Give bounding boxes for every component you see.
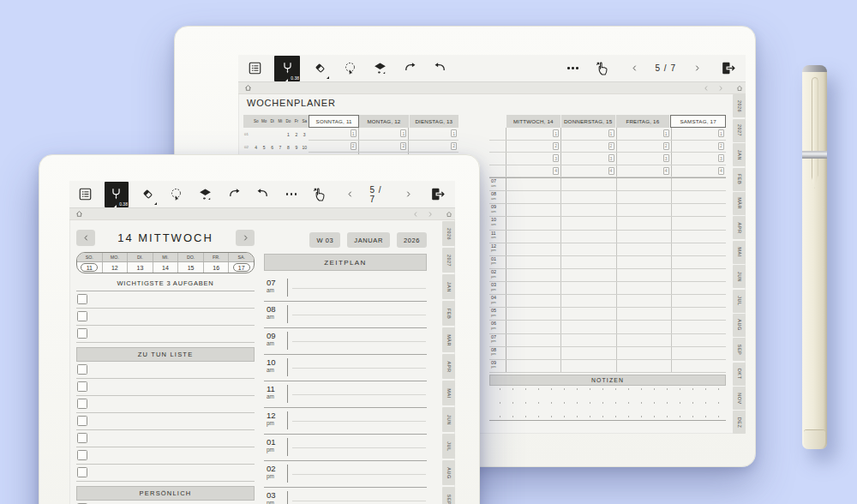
year-button[interactable]: 2026 [397,232,427,248]
task-checkbox[interactable] [77,399,87,409]
nav-forward-button[interactable] [427,211,434,218]
note-page-icon[interactable]: 1 [718,129,724,137]
note-page-icon[interactable]: 1 [351,129,357,137]
note-page-icon[interactable]: 1 [663,129,669,137]
layers-button[interactable] [369,58,390,79]
day-column-header[interactable]: MITTWOCH, 14 [506,115,561,128]
home-button[interactable] [244,84,252,92]
week-strip-day[interactable]: 14 [153,262,178,273]
side-tab[interactable]: JUN [733,265,746,288]
prev-page-button[interactable] [625,58,645,79]
day-column-header[interactable]: SONNTAG, 11 [309,115,359,128]
task-checkbox[interactable] [77,450,87,460]
side-tab[interactable]: FEB [733,168,746,191]
prev-day-button[interactable] [76,230,95,246]
side-tab[interactable]: OKT [733,363,746,386]
note-page-icon[interactable]: 2 [663,142,669,150]
task-checkbox[interactable] [77,381,87,392]
note-page-icon[interactable]: 1 [451,129,457,137]
undo-button[interactable] [399,58,420,79]
home-tab[interactable] [442,208,455,219]
side-tab[interactable]: JUL [442,434,455,459]
eraser-button[interactable] [138,184,158,205]
month-button[interactable]: JANUAR [347,232,390,248]
task-checkbox[interactable] [77,416,87,426]
notebook-menu-button[interactable] [244,58,265,79]
week-strip-day[interactable]: 12 [102,262,128,273]
home-button[interactable] [75,210,83,218]
side-tab[interactable]: MAI [442,381,455,405]
task-checkbox[interactable] [77,433,87,443]
note-page-icon[interactable]: 3 [663,154,669,162]
side-tab[interactable]: 2026 [442,221,455,246]
prev-page-button[interactable] [340,184,359,205]
mini-calendar-day[interactable]: 2 [292,132,300,137]
side-tab[interactable]: FEB [442,301,455,326]
next-page-button[interactable] [399,184,418,205]
side-tab[interactable]: MÄR [442,327,455,352]
lasso-select-button[interactable] [167,184,187,205]
side-tab[interactable]: AUG [442,460,455,485]
pen-tool-button[interactable]: 0.38 [105,182,129,207]
more-options-button[interactable] [282,184,301,205]
task-checkbox[interactable] [77,294,87,304]
side-tab[interactable]: JUL [733,290,746,313]
day-column-header[interactable]: MONTAG, 12 [359,115,409,128]
mini-calendar-day[interactable]: 6 [268,145,276,150]
side-tab[interactable]: APR [442,354,455,379]
redo-button[interactable] [254,184,273,205]
side-tab[interactable]: JAN [442,274,455,299]
week-strip-day[interactable]: 11 [77,262,102,273]
week-strip-day[interactable]: 16 [203,262,229,273]
mini-calendar-day[interactable]: 4 [252,145,260,150]
side-tab[interactable]: JUN [442,407,455,432]
mini-calendar-day[interactable]: 7 [276,145,284,150]
nav-back-button[interactable] [412,211,419,218]
note-page-icon[interactable]: 2 [451,142,457,150]
side-tab[interactable]: DEZ [733,411,746,434]
side-tab[interactable]: APR [733,216,746,239]
pen-tool-button[interactable]: 0.38 [274,56,300,81]
task-checkbox[interactable] [77,364,87,375]
mini-calendar-day[interactable]: 5 [260,145,267,150]
next-day-button[interactable] [236,230,255,246]
day-column-header[interactable]: DIENSTAG, 13 [410,115,458,128]
mini-calendar-day[interactable]: 3 [301,132,309,137]
note-page-icon[interactable]: 2 [400,142,406,150]
eraser-button[interactable] [309,58,330,79]
task-checkbox[interactable] [77,467,87,477]
note-page-icon[interactable]: 2 [718,142,724,150]
task-checkbox[interactable] [77,328,87,339]
note-page-icon[interactable]: 2 [608,142,614,150]
more-options-button[interactable] [563,58,584,79]
note-page-icon[interactable]: 2 [553,142,559,150]
side-tab[interactable]: SEP [733,338,746,361]
note-page-icon[interactable]: 4 [718,167,724,175]
layers-button[interactable] [195,184,215,205]
week-strip-day[interactable]: 15 [177,262,203,273]
exit-button[interactable] [717,58,738,79]
side-tab[interactable]: JAN [733,143,746,166]
day-column-header[interactable]: FREITAG, 16 [616,115,671,128]
notebook-menu-button[interactable] [75,184,95,205]
lasso-select-button[interactable] [339,58,360,79]
task-checkbox[interactable] [77,311,87,321]
note-page-icon[interactable]: 3 [608,154,614,162]
touch-toggle-button[interactable] [311,184,330,205]
side-tab[interactable]: 2027 [733,119,746,142]
next-page-button[interactable] [686,58,707,79]
side-tab[interactable]: 2027 [442,248,455,273]
note-page-icon[interactable]: 1 [608,129,614,137]
redo-button[interactable] [429,58,450,79]
exit-button[interactable] [428,184,447,205]
week-strip-day[interactable]: 13 [127,262,153,273]
side-tab[interactable]: NOV [733,387,746,410]
home-tab[interactable] [733,82,746,93]
week-strip-day[interactable]: 17 [228,262,254,273]
note-page-icon[interactable]: 1 [553,129,559,137]
side-tab[interactable]: AUG [733,314,746,337]
week-number-button[interactable]: W 03 [309,232,340,248]
side-tab[interactable]: MÄR [733,192,746,215]
undo-button[interactable] [225,184,244,205]
side-tab[interactable]: MAI [733,241,746,264]
